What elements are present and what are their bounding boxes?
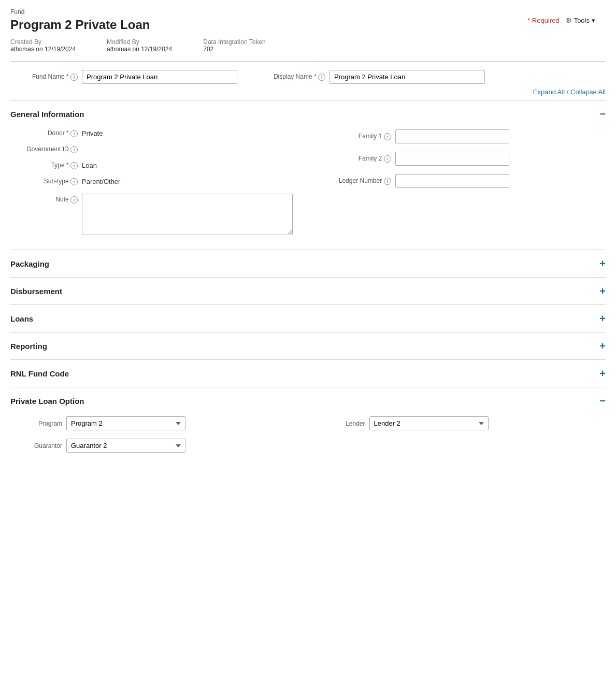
program-select[interactable]: Program 2 (66, 416, 185, 430)
required-indicator: * Required (527, 17, 559, 24)
subtype-label: Sub-type i (10, 178, 78, 185)
display-name-label: Display Name * i (258, 73, 325, 81)
expand-collapse-controls[interactable]: Expand All / Collapse All (533, 88, 606, 96)
family2-info-icon[interactable]: i (384, 155, 391, 163)
private-loan-option-title: Private Loan Option (10, 397, 84, 405)
rnl-fund-code-section: RNL Fund Code + (10, 359, 606, 387)
packaging-section: Packaging + (10, 250, 606, 277)
tools-chevron-icon: ▾ (592, 17, 595, 24)
modified-by-label: Modified By (107, 38, 172, 46)
subtype-value: Parent/Other (82, 178, 120, 185)
general-information-title: General Information (10, 110, 84, 119)
disbursement-section: Disbursement + (10, 277, 606, 304)
display-name-required: * (314, 73, 317, 80)
reporting-title: Reporting (10, 342, 47, 351)
data-token-value: 702 (203, 46, 213, 53)
lender-select[interactable]: Lender 2 (369, 416, 489, 430)
family1-info-icon[interactable]: i (384, 133, 391, 140)
donor-info-icon[interactable]: i (70, 130, 78, 137)
government-id-info-icon[interactable]: i (70, 146, 78, 153)
lender-label: Lender (324, 420, 365, 427)
created-by-value: athomas on 12/19/2024 (10, 46, 76, 53)
guarantor-label: Guarantor (10, 442, 62, 449)
data-token-label: Data Integration Token (203, 38, 266, 46)
page-title: Program 2 Private Loan (10, 18, 606, 32)
program-label: Program (10, 420, 62, 427)
ledger-number-label: Ledger Number i (324, 177, 391, 185)
packaging-title: Packaging (10, 259, 49, 268)
type-info-icon[interactable]: i (70, 162, 78, 169)
general-information-toggle[interactable]: − (599, 109, 606, 119)
packaging-toggle[interactable]: + (599, 258, 606, 269)
note-textarea[interactable] (82, 194, 293, 235)
family2-input[interactable] (395, 152, 509, 166)
family1-label: Family 1 i (324, 133, 391, 140)
type-required-star: * (66, 162, 69, 169)
rnl-fund-code-toggle[interactable]: + (599, 368, 606, 379)
type-value: Loan (82, 162, 97, 169)
type-label: Type * i (10, 162, 78, 169)
private-loan-option-content: Program Program 2 ▾ Lender Lender 2 Guar… (10, 408, 606, 461)
donor-value: Private (82, 129, 103, 137)
general-information-header[interactable]: General Information − (10, 107, 606, 121)
reporting-section: Reporting + (10, 332, 606, 359)
ledger-number-input[interactable] (395, 174, 509, 188)
display-name-input[interactable] (330, 70, 485, 84)
loans-header[interactable]: Loans + (10, 311, 606, 326)
note-label: Note i (10, 194, 78, 204)
header-divider (10, 61, 606, 62)
loans-title: Loans (10, 314, 33, 323)
rnl-fund-code-header[interactable]: RNL Fund Code + (10, 366, 606, 381)
subtype-info-icon[interactable]: i (70, 178, 78, 185)
tools-button[interactable]: ⚙ Tools ▾ (566, 17, 595, 24)
donor-required-star: * (66, 129, 69, 137)
gear-icon: ⚙ (566, 17, 572, 24)
note-info-icon[interactable]: i (70, 196, 78, 204)
reporting-toggle[interactable]: + (599, 341, 606, 351)
private-loan-option-header[interactable]: Private Loan Option − (10, 394, 606, 408)
fund-name-label: Fund Name * i (10, 73, 78, 81)
expand-all-link[interactable]: Expand All (533, 88, 565, 96)
disbursement-header[interactable]: Disbursement + (10, 284, 606, 298)
government-id-label: Government ID i (10, 146, 78, 153)
ledger-number-info-icon[interactable]: i (384, 178, 391, 185)
reporting-header[interactable]: Reporting + (10, 339, 606, 353)
family2-label: Family 2 i (324, 155, 391, 163)
created-by-label: Created By (10, 38, 76, 46)
fund-name-required: * (66, 73, 69, 80)
tools-label: Tools (574, 17, 590, 24)
display-name-info-icon[interactable]: i (318, 74, 325, 81)
private-loan-option-toggle[interactable]: − (599, 396, 606, 406)
donor-label: Donor * i (10, 129, 78, 137)
guarantor-select[interactable]: Guarantor 2 (66, 439, 185, 453)
rnl-fund-code-title: RNL Fund Code (10, 369, 69, 378)
packaging-header[interactable]: Packaging + (10, 256, 606, 271)
fund-name-input[interactable] (82, 70, 237, 84)
loans-section: Loans + (10, 304, 606, 332)
disbursement-title: Disbursement (10, 287, 62, 296)
general-information-section: General Information − Donor * i Private (10, 100, 606, 250)
disbursement-toggle[interactable]: + (599, 286, 606, 296)
general-information-content: Donor * i Private Government ID i (10, 121, 606, 243)
collapse-all-link[interactable]: Collapse All (570, 88, 606, 96)
family1-input[interactable] (395, 129, 509, 143)
expand-collapse-separator: / (567, 88, 570, 96)
fund-name-info-icon[interactable]: i (70, 74, 78, 81)
private-loan-option-section: Private Loan Option − Program Program 2 … (10, 387, 606, 467)
modified-by-value: athomas on 12/19/2024 (107, 46, 172, 53)
loans-toggle[interactable]: + (599, 313, 606, 324)
breadcrumb: Fund (10, 8, 606, 16)
